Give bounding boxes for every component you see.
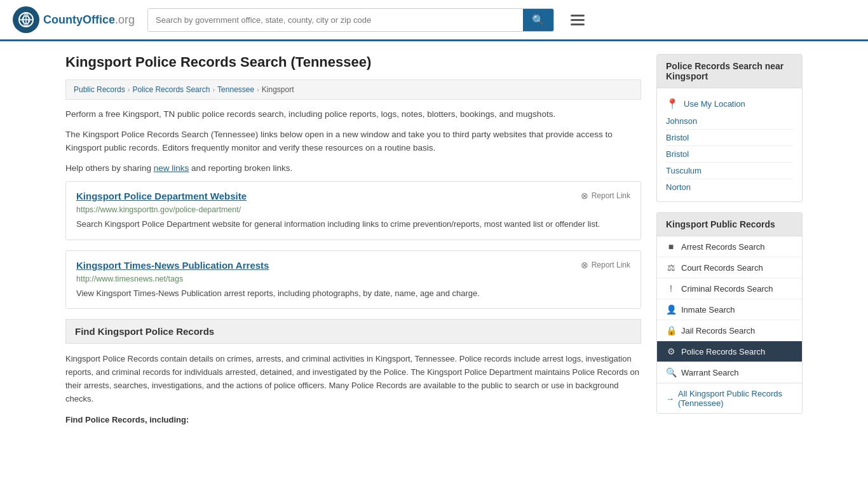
breadcrumb-public-records[interactable]: Public Records (74, 85, 125, 94)
search-bar: 🔍 (147, 8, 554, 32)
nearby-johnson[interactable]: Johnson (666, 113, 793, 130)
sidebar: Police Records Search near Kingsport 📍 U… (656, 54, 803, 424)
find-section-header: Find Kingsport Police Records (65, 319, 641, 344)
intro-paragraph-1: Perform a free Kingsport, TN public poli… (65, 107, 641, 121)
logo-icon (13, 6, 39, 33)
find-records-text: Kingsport Police Records contain details… (65, 353, 641, 405)
nearby-bristol-2[interactable]: Bristol (666, 146, 793, 163)
resource-desc-2: View Kingsport Times-News Publication ar… (76, 287, 630, 300)
location-pin-icon: 📍 (666, 98, 679, 110)
public-records-title: Kingsport Public Records (657, 213, 802, 236)
main-content: Kingsport Police Records Search (Tenness… (65, 54, 641, 424)
warrant-search-icon: 🔍 (666, 367, 676, 377)
nearby-content: 📍 Use My Location Johnson Bristol Bristo… (657, 88, 802, 201)
resource-card-2: Kingsport Times-News Publication Arrests… (65, 250, 641, 309)
resource-title-2[interactable]: Kingsport Times-News Publication Arrests (76, 260, 269, 271)
resource-url-1: https://www.kingsporttn.gov/police-depar… (76, 205, 630, 214)
arrest-records-icon: ■ (666, 241, 676, 252)
breadcrumb-tennessee[interactable]: Tennessee (217, 85, 254, 94)
new-links-link[interactable]: new links (154, 163, 189, 173)
breadcrumb: Public Records › Police Records Search ›… (65, 79, 641, 100)
breadcrumb-police-records-search[interactable]: Police Records Search (132, 85, 210, 94)
nearby-norton[interactable]: Norton (666, 179, 793, 195)
site-header: CountyOffice.org 🔍 (0, 0, 868, 41)
resource-url-2: http://www.timesnews.net/tags (76, 274, 630, 283)
page-container: Kingsport Police Records Search (Tenness… (53, 41, 815, 437)
intro-paragraph-2: The Kingsport Police Records Search (Ten… (65, 128, 641, 155)
nearby-title: Police Records Search near Kingsport (657, 55, 802, 88)
search-button[interactable]: 🔍 (523, 9, 553, 31)
report-icon-1: ⊗ (581, 191, 588, 201)
intro-paragraph-3: Help others by sharing new links and rep… (65, 161, 641, 175)
report-link-button-1[interactable]: ⊗ Report Link (581, 191, 630, 201)
report-icon-2: ⊗ (581, 260, 588, 270)
inmate-search-icon: 👤 (666, 304, 676, 315)
court-records-icon: ⚖ (666, 262, 676, 273)
search-input[interactable] (148, 9, 523, 31)
report-link-button-2[interactable]: ⊗ Report Link (581, 260, 630, 270)
criminal-records-icon: ! (666, 283, 676, 294)
pr-warrant-search[interactable]: 🔍 Warrant Search (657, 362, 802, 383)
find-records-label: Find Police Records, including: (65, 415, 641, 424)
pr-police-records[interactable]: ⚙ Police Records Search (657, 341, 802, 362)
resource-card-1: Kingsport Police Department Website ⊗ Re… (65, 181, 641, 240)
resource-title-1[interactable]: Kingsport Police Department Website (76, 191, 247, 201)
pr-criminal-records[interactable]: ! Criminal Records Search (657, 278, 802, 299)
use-my-location-link[interactable]: 📍 Use My Location (666, 95, 793, 113)
breadcrumb-current: Kingsport (262, 85, 294, 94)
page-title: Kingsport Police Records Search (Tenness… (65, 54, 641, 71)
site-logo[interactable]: CountyOffice.org (13, 6, 135, 33)
pr-jail-records[interactable]: 🔒 Jail Records Search (657, 320, 802, 341)
arrow-icon: → (666, 394, 674, 403)
pr-court-records[interactable]: ⚖ Court Records Search (657, 257, 802, 278)
logo-text: CountyOffice.org (43, 13, 135, 27)
nearby-box: Police Records Search near Kingsport 📍 U… (656, 54, 803, 202)
nearby-tusculum[interactable]: Tusculum (666, 163, 793, 179)
resource-desc-1: Search Kingsport Police Department websi… (76, 218, 630, 231)
pr-arrest-records[interactable]: ■ Arrest Records Search (657, 236, 802, 257)
all-public-records-link[interactable]: → All Kingsport Public Records (Tennesse… (657, 383, 802, 413)
nearby-bristol-1[interactable]: Bristol (666, 130, 793, 146)
police-records-icon: ⚙ (666, 346, 676, 356)
menu-button[interactable] (567, 11, 588, 29)
public-records-box: Kingsport Public Records ■ Arrest Record… (656, 212, 803, 414)
pr-inmate-search[interactable]: 👤 Inmate Search (657, 299, 802, 320)
jail-records-icon: 🔒 (666, 325, 676, 336)
